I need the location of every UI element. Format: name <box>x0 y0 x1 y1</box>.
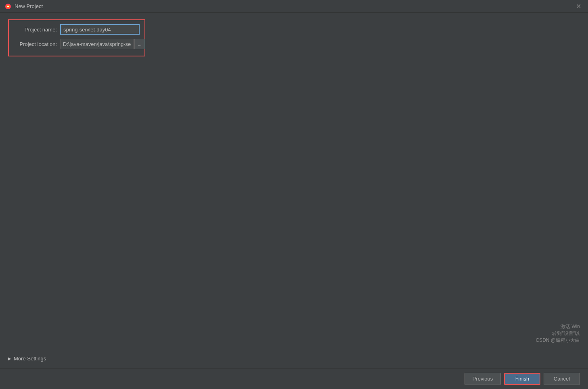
form-section: Project name: Project location: ... <box>8 19 145 56</box>
project-location-row: Project location: ... <box>14 39 140 49</box>
watermark: 激活 Win 转到"设置"以 CSDN @编程小大白 <box>536 323 580 344</box>
new-project-dialog: New Project ✕ Project name: Project loca… <box>0 0 588 389</box>
svg-point-2 <box>7 6 9 7</box>
previous-button[interactable]: Previous <box>465 373 501 385</box>
project-location-input[interactable] <box>60 39 134 49</box>
project-name-label: Project name: <box>14 27 60 33</box>
dialog-footer: Previous Finish Cancel <box>0 368 588 389</box>
location-wrapper: ... <box>60 39 145 49</box>
watermark-line2: 转到"设置"以 <box>536 330 580 337</box>
more-settings-label: More Settings <box>14 356 46 362</box>
watermark-line3: CSDN @编程小大白 <box>536 337 580 344</box>
dialog-content: Project name: Project location: ... ▶ Mo… <box>0 13 588 368</box>
project-name-row: Project name: <box>14 24 140 35</box>
finish-button[interactable]: Finish <box>504 373 540 385</box>
browse-button[interactable]: ... <box>134 39 145 49</box>
title-bar-left: New Project <box>5 3 43 10</box>
project-name-input[interactable] <box>60 24 140 35</box>
title-bar: New Project ✕ <box>0 0 588 13</box>
more-settings[interactable]: ▶ More Settings <box>8 356 46 362</box>
more-settings-arrow-icon: ▶ <box>8 356 11 361</box>
intellij-icon <box>5 3 11 10</box>
project-location-label: Project location: <box>14 41 60 47</box>
cancel-button[interactable]: Cancel <box>544 373 580 385</box>
close-button[interactable]: ✕ <box>573 2 583 11</box>
watermark-line1: 激活 Win <box>536 323 580 330</box>
window-title: New Project <box>15 3 43 9</box>
